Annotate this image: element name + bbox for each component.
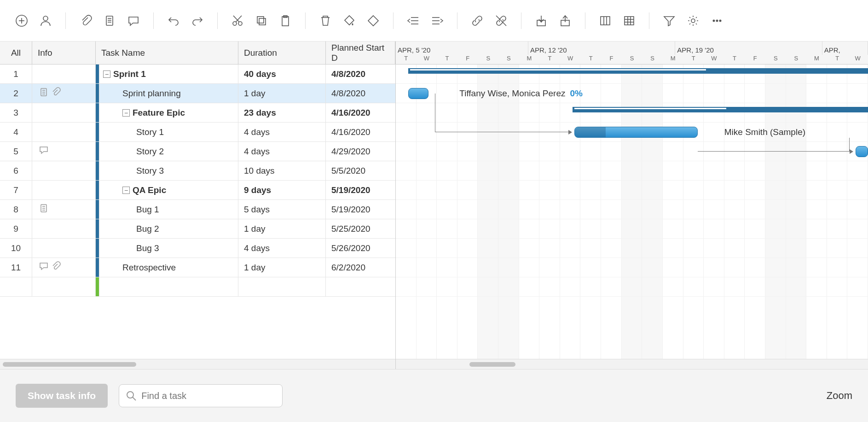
more-button[interactable]	[708, 12, 726, 29]
task-name-cell[interactable]: Bug 3	[99, 239, 238, 258]
task-name-cell[interactable]: Story 1	[99, 123, 238, 141]
table-row[interactable]: 10Bug 34 days5/26/2020	[0, 239, 395, 258]
table-row[interactable]: 5Story 24 days4/29/2020	[0, 142, 395, 161]
paste-button[interactable]	[277, 12, 294, 29]
duration-cell[interactable]	[238, 277, 326, 296]
duration-cell[interactable]: 1 day	[238, 219, 326, 238]
clip-icon	[51, 261, 61, 274]
col-header-start[interactable]: Planned Start D	[326, 41, 395, 64]
collapse-toggle[interactable]: −	[103, 70, 110, 78]
export-button[interactable]	[556, 12, 574, 29]
grid-button[interactable]	[620, 12, 638, 29]
collapse-toggle[interactable]: −	[122, 187, 130, 194]
timeline-day: S	[622, 55, 642, 64]
table-row[interactable]: 9Bug 21 day5/25/2020	[0, 219, 395, 239]
duration-cell[interactable]: 4 days	[238, 239, 326, 258]
start-cell[interactable]: 5/5/2020	[326, 161, 395, 180]
start-cell[interactable]: 4/16/2020	[326, 103, 395, 122]
gantt-body[interactable]: Tiffany Wise, Monica Perez0%Mike Smith (…	[396, 64, 868, 359]
redo-button[interactable]	[189, 12, 206, 29]
task-name-cell[interactable]: Sprint planning	[99, 84, 238, 103]
delete-button[interactable]	[317, 12, 334, 29]
doc-button[interactable]	[101, 12, 118, 29]
col-header-taskname[interactable]: Task Name	[96, 41, 238, 64]
task-name-cell[interactable]: −QA Epic	[99, 181, 238, 199]
timeline-week: APR,	[822, 41, 868, 55]
grid-horizontal-scrollbar[interactable]	[0, 359, 395, 369]
settings-button[interactable]	[684, 12, 702, 29]
task-name-cell[interactable]: Bug 2	[99, 219, 238, 238]
table-row[interactable]: 2Sprint planning1 day4/8/2020	[0, 84, 395, 103]
table-row[interactable]: 11Retrospective1 day6/2/2020	[0, 258, 395, 277]
duration-cell[interactable]: 9 days	[238, 181, 326, 199]
attach-button[interactable]	[77, 12, 94, 29]
gantt-task-bar[interactable]	[856, 146, 868, 157]
table-row[interactable]: 8Bug 15 days5/19/2020	[0, 200, 395, 219]
duration-cell[interactable]: 40 days	[238, 64, 326, 83]
gantt-summary-bar[interactable]	[573, 107, 868, 112]
table-row[interactable]: 6Story 310 days5/5/2020	[0, 161, 395, 181]
comment-button[interactable]	[125, 12, 142, 29]
task-name-cell[interactable]: −Feature Epic	[99, 103, 238, 122]
fill-button[interactable]	[341, 12, 358, 29]
task-name-cell[interactable]: Retrospective	[99, 258, 238, 277]
indent-button[interactable]	[428, 12, 446, 29]
row-marker	[96, 239, 99, 258]
col-header-all[interactable]: All	[0, 41, 32, 64]
dependency-line	[698, 138, 850, 152]
columns-button[interactable]	[596, 12, 614, 29]
start-cell[interactable]: 5/19/2020	[326, 181, 395, 199]
start-cell[interactable]: 5/25/2020	[326, 219, 395, 238]
add-icon	[15, 14, 29, 28]
link-button[interactable]	[469, 12, 486, 29]
start-cell[interactable]: 5/19/2020	[326, 200, 395, 219]
table-row[interactable]: 7−QA Epic9 days5/19/2020	[0, 181, 395, 200]
task-name-cell[interactable]: −Sprint 1	[99, 64, 238, 83]
show-task-info-button[interactable]: Show task info	[16, 384, 108, 408]
start-cell[interactable]: 4/16/2020	[326, 123, 395, 141]
filter-button[interactable]	[660, 12, 678, 29]
table-row[interactable]: 1−Sprint 140 days4/8/2020	[0, 64, 395, 84]
undo-button[interactable]	[165, 12, 182, 29]
start-cell[interactable]: 4/29/2020	[326, 142, 395, 161]
duration-cell[interactable]: 5 days	[238, 200, 326, 219]
cut-button[interactable]	[229, 12, 246, 29]
col-header-info[interactable]: Info	[32, 41, 96, 64]
timeline-day: F	[745, 55, 765, 64]
gantt-task-bar[interactable]	[408, 88, 429, 99]
copy-button[interactable]	[253, 12, 270, 29]
person-button[interactable]	[37, 12, 54, 29]
duration-cell[interactable]: 10 days	[238, 161, 326, 180]
zoom-label: Zoom	[827, 390, 852, 402]
duration-cell[interactable]: 1 day	[238, 258, 326, 277]
table-row[interactable]: 4Story 14 days4/16/2020	[0, 123, 395, 142]
task-name-cell[interactable]: Bug 1	[99, 200, 238, 219]
toolbar-separator	[585, 12, 585, 29]
start-cell[interactable]	[326, 277, 395, 296]
task-name-cell[interactable]: Story 3	[99, 161, 238, 180]
table-row[interactable]: 3−Feature Epic23 days4/16/2020	[0, 103, 395, 123]
start-cell[interactable]: 4/8/2020	[326, 64, 395, 83]
duration-cell[interactable]: 4 days	[238, 123, 326, 141]
duration-cell[interactable]: 1 day	[238, 84, 326, 103]
outdent-button[interactable]	[405, 12, 422, 29]
gantt-summary-bar[interactable]	[408, 68, 868, 74]
gantt-horizontal-scrollbar[interactable]	[396, 359, 868, 369]
task-name-cell[interactable]: Story 2	[99, 142, 238, 161]
duration-cell[interactable]: 23 days	[238, 103, 326, 122]
gantt-task-bar[interactable]	[574, 127, 698, 138]
unlink-button[interactable]	[492, 12, 510, 29]
start-cell[interactable]: 4/8/2020	[326, 84, 395, 103]
task-name-cell[interactable]	[99, 277, 238, 296]
table-row-empty[interactable]	[0, 277, 395, 297]
paste-icon	[278, 14, 292, 28]
start-cell[interactable]: 5/26/2020	[326, 239, 395, 258]
add-button[interactable]	[13, 12, 30, 29]
import-button[interactable]	[532, 12, 550, 29]
col-header-duration[interactable]: Duration	[238, 41, 326, 64]
duration-cell[interactable]: 4 days	[238, 142, 326, 161]
diamond-button[interactable]	[365, 12, 382, 29]
start-cell[interactable]: 6/2/2020	[326, 258, 395, 277]
search-input[interactable]	[141, 391, 276, 401]
collapse-toggle[interactable]: −	[122, 109, 130, 117]
